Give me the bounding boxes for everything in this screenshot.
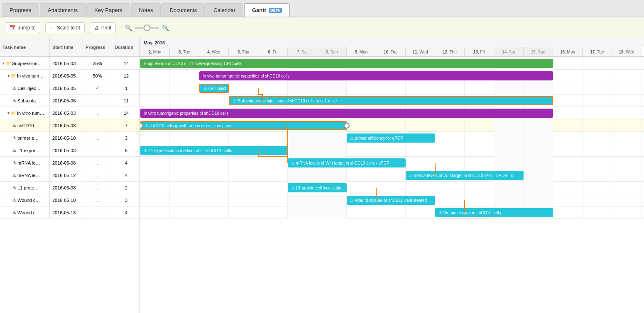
task-name-label: In vitro tum… [17, 111, 44, 116]
zoom-thumb [144, 24, 150, 31]
zoom-in-icon[interactable]: 🔍 [162, 24, 169, 31]
table-row[interactable]: ⚠Cell injec…2016-05-05✓1 [0, 82, 140, 95]
day-background [612, 95, 642, 107]
gantt-bar[interactable]: ⚠ Sub-cutaneous injections of shCD10 cel… [229, 96, 553, 105]
task-name-cell: ▾ 📁In vitro tum… [0, 107, 50, 119]
table-row[interactable]: ⚠Wound c…2016-05-13…4 [0, 206, 140, 219]
progress-cell: … [83, 169, 112, 181]
tab-notes[interactable]: Notes [131, 3, 161, 17]
collapse-button[interactable]: ▾ [7, 73, 10, 78]
zoom-out-icon[interactable]: 🔍 [125, 24, 132, 31]
gantt-bar[interactable]: ⚠ L1 expression in medium of L1+shCD10 c… [140, 146, 288, 155]
day-background [612, 82, 642, 95]
gantt-bar[interactable]: In vivo tumorrigentic capacities of shCD… [199, 71, 553, 80]
day-background [553, 144, 583, 157]
gantt-bar[interactable]: ⚠ mRNA levels of Wnt target in shCD10 ce… [288, 158, 406, 167]
gantt-bar[interactable]: ⚠ primer efficiency for qPCR [347, 133, 435, 143]
gantt-bar-container[interactable]: ⚠ mRNA levels of Wnt target in shCD10 ce… [406, 171, 524, 180]
jump-to-button[interactable]: 📅 Jump to [5, 22, 40, 33]
gantt-bar-container[interactable]: ⚠ Cell injecti… [199, 84, 229, 93]
gantt-bar-container[interactable]: ⚠ Wound closure in shCD10 cells [435, 208, 553, 217]
day-background [199, 182, 229, 194]
zoom-slider[interactable] [135, 27, 159, 29]
duration-cell: 2 [112, 182, 140, 194]
gantt-bar-container[interactable]: Suppression of CD10 in L1 overexpressing… [140, 59, 553, 68]
right-panel[interactable]: May, 2016 2, Mon3, Tue4, Wed5, Thu6, Fri… [140, 38, 644, 313]
day-background [376, 82, 406, 95]
progress-cell: 50% [83, 70, 112, 82]
gantt-bar-container[interactable]: ⚠ Wound closure of shCD10 cells treated [347, 196, 435, 205]
duration-cell: 7 [112, 119, 140, 131]
table-row[interactable]: ⚠L1 expre…2016-05-03…5 [0, 144, 140, 157]
day-background [288, 144, 317, 157]
gantt-bar-container[interactable]: ⚠ L1 protein cell localizatio… [288, 183, 347, 192]
day-background [612, 206, 642, 219]
tab-key-papers[interactable]: Key Papers [86, 3, 130, 17]
progress-cell: … [83, 132, 112, 144]
collapse-button[interactable]: ▾ [2, 61, 5, 66]
scale-to-fit-button[interactable]: ↔ Scale to fit [45, 22, 85, 33]
gantt-bar-container[interactable]: ⚠ primer efficiency for qPCR [347, 133, 435, 143]
day-background [583, 157, 612, 169]
tab-calendar[interactable]: Calendar [206, 3, 243, 17]
gantt-bar[interactable]: ⚠ Cell injecti… [199, 84, 229, 93]
duration-cell: 14 [112, 107, 140, 119]
gantt-bar[interactable]: ⚠ mRNA levels of Wnt target in shCD10 ce… [406, 171, 524, 180]
task-icon: ⚠ [12, 185, 16, 190]
day-background [347, 206, 376, 219]
table-row[interactable]: ▾ 📁Suppression…2016-05-0325%14 [0, 57, 140, 70]
day-background [435, 119, 465, 132]
gantt-bar-container[interactable]: In vivo tumorrigentic capacities of shCD… [199, 71, 553, 80]
day-background [317, 194, 347, 206]
gantt-bar-container[interactable]: In vitro tumorigenic properties of shCD1… [140, 109, 553, 118]
task-name-cell: ⚠Wound c… [0, 194, 50, 206]
table-row[interactable]: ▾ 📁In vitro tum…2016-05-03…14 [0, 107, 140, 119]
table-row[interactable]: ⚠primer e…2016-05-10…3 [0, 132, 140, 144]
tab-gantt[interactable]: GanttBETA [244, 3, 290, 17]
day-background [494, 144, 524, 157]
duration-cell: 4 [112, 169, 140, 181]
table-row[interactable]: ⚠Sub-cuta…2016-05-06…11 [0, 95, 140, 107]
task-name-cell: ⚠mRNA le… [0, 169, 50, 181]
tab-progress[interactable]: Progress [2, 3, 39, 17]
task-name-label: mRNA le… [17, 160, 40, 165]
table-row[interactable]: ⚠mRNA le…2016-05-12…4 [0, 169, 140, 182]
table-row[interactable]: ⚠shCD10…2016-05-03…7 [0, 119, 140, 132]
day-background [317, 132, 347, 144]
table-row[interactable]: ⚠Wound c…2016-05-10…3 [0, 194, 140, 206]
day-background [435, 182, 465, 194]
day-background [583, 194, 612, 206]
task-name-label: Wound c… [17, 198, 40, 203]
day-cell-2: 2, Mon [140, 47, 170, 56]
tab-documents[interactable]: Documents [162, 3, 205, 17]
day-cell-18: 18, Wed [612, 47, 642, 56]
progress-cell: … [83, 182, 112, 194]
day-background [258, 182, 288, 194]
table-row[interactable]: ⚠mRNA le…2016-05-08…4 [0, 157, 140, 169]
gantt-bar[interactable]: ⚠ L1 protein cell localizatio… [288, 183, 347, 192]
gantt-bar-container[interactable]: ⚠ L1 expression in medium of L1+shCD10 c… [140, 146, 288, 155]
gantt-bar[interactable]: ⚠ Wound closure in shCD10 cells [435, 208, 553, 217]
table-row[interactable]: ▾ 📁In vivo tum…2016-05-0550%12 [0, 70, 140, 82]
gantt-bar-container[interactable]: ⚠ Sub-cutaneous injections of shCD10 cel… [229, 96, 553, 105]
gantt-bar[interactable]: In vitro tumorigenic properties of shCD1… [140, 109, 553, 118]
day-background [465, 132, 494, 144]
gantt-bar-container[interactable]: ⚠ shCD10 cells growth rate in stress con… [140, 121, 347, 130]
gantt-bar[interactable]: ⚠ shCD10 cells growth rate in stress con… [140, 121, 347, 130]
tab-attachments[interactable]: Attachments [40, 3, 86, 17]
day-background [258, 194, 288, 206]
day-background [612, 57, 642, 70]
gantt-bar[interactable]: ⚠ Wound closure of shCD10 cells treated [347, 196, 435, 205]
gantt-bar-container[interactable]: ⚠ mRNA levels of Wnt target in shCD10 ce… [288, 158, 406, 167]
table-row[interactable]: ⚠L1 prote…2016-05-08…2 [0, 182, 140, 194]
day-background [140, 82, 170, 95]
print-button[interactable]: 🖨 Print [90, 22, 116, 33]
day-background [494, 182, 524, 194]
day-background [140, 169, 170, 182]
gantt-bar[interactable]: Suppression of CD10 in L1 overexpressing… [140, 59, 553, 68]
day-background [583, 82, 612, 95]
day-background [583, 107, 612, 119]
day-background [612, 107, 642, 119]
start-time-cell: 2016-05-03 [50, 57, 83, 69]
collapse-button[interactable]: ▾ [7, 111, 10, 115]
